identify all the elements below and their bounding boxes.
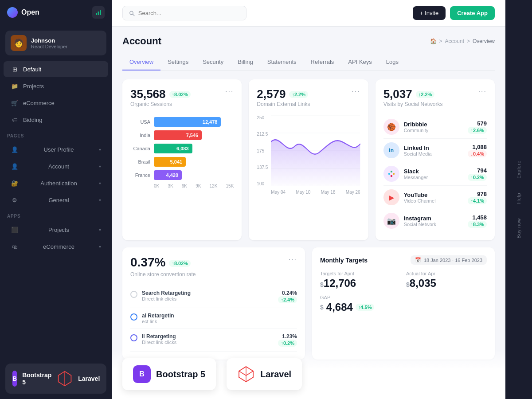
retargeting-row-3: il Retargeting Direct link clicks 1.23% … xyxy=(130,329,297,352)
tab-overview[interactable]: Overview xyxy=(122,54,160,70)
sidebar-item-ecommerce[interactable]: 🛒 eCommerce xyxy=(4,95,108,111)
social-stat-youtube: 978 ↑4.1% xyxy=(468,191,487,204)
chevron-down-icon-3: ▾ xyxy=(99,181,101,186)
circle-indicator-2 xyxy=(130,313,137,321)
stat-value-1: 35,568 ↑8.02% Organic Sessions xyxy=(130,87,191,113)
user-role: React Developer xyxy=(31,44,67,49)
sidebar-item-projects[interactable]: 📁 Projects xyxy=(4,78,108,94)
linkedin-icon: in xyxy=(383,142,399,158)
search-input[interactable] xyxy=(138,10,240,16)
sidebar-item-bidding[interactable]: 🏷 Bidding xyxy=(4,112,108,128)
tab-security[interactable]: Security xyxy=(196,54,231,70)
bar-row-france: France 4,420 xyxy=(130,170,234,180)
cart-icon: 🛒 xyxy=(11,99,19,107)
pages-section-label: PAGES xyxy=(0,128,112,141)
bar-row-brasil: Brasil 5,041 xyxy=(130,157,234,167)
social-info-instagram: Instagram Social Network xyxy=(404,215,464,227)
sidebar-item-app-projects[interactable]: ⬛ Projects ▾ xyxy=(4,222,108,238)
sidebar-header: Open xyxy=(0,0,112,25)
social-info-dribbble: Dribbble Community xyxy=(404,121,464,133)
svg-rect-0 xyxy=(96,13,97,15)
svg-rect-14 xyxy=(393,173,395,175)
sidebar-item-app-ecommerce[interactable]: 🛍 eCommerce ▾ xyxy=(4,239,108,254)
social-visits-label: Visits by Social Networks xyxy=(383,101,443,107)
domain-links-card: 2,579 ↑2.2% Domain External Links ··· 25… xyxy=(249,79,368,240)
social-row-slack: Slack Messanger 794 ↑0.2% xyxy=(383,162,487,186)
tab-statements[interactable]: Statements xyxy=(260,54,304,70)
chevron-down-icon-2: ▾ xyxy=(99,164,101,169)
laravel-icon xyxy=(57,371,73,387)
user-info: Johnson React Developer xyxy=(31,37,67,49)
bootstrap-brand: B Bootstrap 5 xyxy=(122,358,216,390)
svg-rect-2 xyxy=(100,10,101,15)
logo-area: Open xyxy=(7,7,39,18)
domain-links-value: 2,579 xyxy=(257,87,286,101)
laravel-label: Laravel xyxy=(78,375,100,382)
social-info-slack: Slack Messanger xyxy=(404,168,464,180)
social-info-youtube: YouTube Video Channel xyxy=(404,192,464,203)
slack-svg xyxy=(387,169,396,178)
more-btn-2[interactable]: ··· xyxy=(352,87,360,95)
organic-sessions-card: 35,568 ↑8.02% Organic Sessions ··· USA 1… xyxy=(122,79,242,240)
stat-header-3: 5,037 ↑2.2% Visits by Social Networks ··… xyxy=(383,87,487,113)
conversion-card: 0.37% ↑8.02% Online store convertion rat… xyxy=(122,247,305,360)
organic-sessions-label: Organic Sessions xyxy=(130,101,191,107)
tab-logs[interactable]: Logs xyxy=(379,54,406,70)
retargeting-row-2: al Retargetin ect link xyxy=(130,308,297,329)
help-button[interactable]: Help xyxy=(512,186,525,211)
sidebar-item-projects-label: Projects xyxy=(23,83,44,90)
sidebar-item-default[interactable]: ⊞ Default xyxy=(4,61,108,77)
bar-chart: USA 12,478 India 7,546 Canada xyxy=(130,115,234,190)
circle-indicator-1 xyxy=(130,291,137,298)
social-visits-badge: ↑2.2% xyxy=(416,91,435,98)
social-networks-card: 5,037 ↑2.2% Visits by Social Networks ··… xyxy=(376,79,495,240)
search-bar[interactable] xyxy=(122,6,246,20)
page-header: Account 🏠 > Account > Overview xyxy=(122,35,495,47)
create-app-button[interactable]: Create App xyxy=(450,6,495,20)
grid-icon: ⊞ xyxy=(11,65,19,73)
explore-button[interactable]: Explore xyxy=(512,153,525,186)
svg-rect-1 xyxy=(98,12,99,15)
target-grid: Targets for April $12,706 Actual for Apr… xyxy=(320,271,487,313)
user-icon: 👤 xyxy=(11,145,19,153)
buy-now-button[interactable]: Buy now xyxy=(512,211,525,246)
page-content: Account 🏠 > Account > Overview Overview … xyxy=(112,27,505,399)
bar-axis: 0K3K6K9K12K15K xyxy=(130,184,234,188)
sidebar-item-account[interactable]: 👤 Account ▾ xyxy=(4,158,108,174)
breadcrumb-home: 🏠 xyxy=(430,38,437,44)
bar-row-india: India 7,546 xyxy=(130,130,234,140)
stats-cards-row-2: 0.37% ↑8.02% Online store convertion rat… xyxy=(122,247,495,360)
laravel-brand-name: Laravel xyxy=(260,369,291,379)
sidebar-item-bidding-label: Bidding xyxy=(23,117,42,123)
social-stat-slack: 794 ↑0.2% xyxy=(468,167,487,181)
laravel-brand-icon xyxy=(237,365,255,383)
sidebar-item-authentication[interactable]: 🔐 Authentication ▾ xyxy=(4,175,108,191)
more-btn-3[interactable]: ··· xyxy=(478,87,487,95)
social-row-dribbble: 🏀 Dribbble Community 579 ↑2.6% xyxy=(383,115,487,139)
sidebar-toggle-btn[interactable] xyxy=(92,6,105,19)
sidebar-item-user-profile[interactable]: 👤 User Profile ▾ xyxy=(4,141,108,157)
instagram-icon: 📷 xyxy=(383,213,399,229)
tab-settings[interactable]: Settings xyxy=(160,54,196,70)
folder-icon: 📁 xyxy=(11,82,19,90)
tab-api-keys[interactable]: API Keys xyxy=(341,54,379,70)
sidebar-item-app-ecommerce-label: eCommerce xyxy=(43,243,74,250)
general-icon: ⚙ xyxy=(11,196,19,204)
tab-referrals[interactable]: Referrals xyxy=(304,54,341,70)
laravel-svg xyxy=(57,371,73,387)
more-btn-1[interactable]: ··· xyxy=(225,87,234,95)
social-row-youtube: ▶ YouTube Video Channel 978 ↑4.1% xyxy=(383,186,487,209)
stat-header-2: 2,579 ↑2.2% Domain External Links ··· xyxy=(257,87,360,113)
organic-sessions-badge: ↑8.02% xyxy=(169,91,191,98)
more-btn-4[interactable]: ··· xyxy=(289,255,297,263)
domain-links-badge: ↑2.2% xyxy=(289,91,308,98)
y-labels: 250212.5175137.5100 xyxy=(257,115,268,186)
laravel-brand-svg xyxy=(237,365,255,383)
bootstrap-icon: B xyxy=(12,371,17,387)
chevron-down-icon-4: ▾ xyxy=(99,198,101,203)
tab-billing[interactable]: Billing xyxy=(231,54,260,70)
sidebar-item-ecommerce-label: eCommerce xyxy=(23,100,55,106)
social-row-linkedin: in Linked In Social Media 1,088 ↓0.4% xyxy=(383,139,487,162)
invite-button[interactable]: + Invite xyxy=(413,6,446,20)
sidebar-item-general[interactable]: ⚙ General ▾ xyxy=(4,192,108,208)
